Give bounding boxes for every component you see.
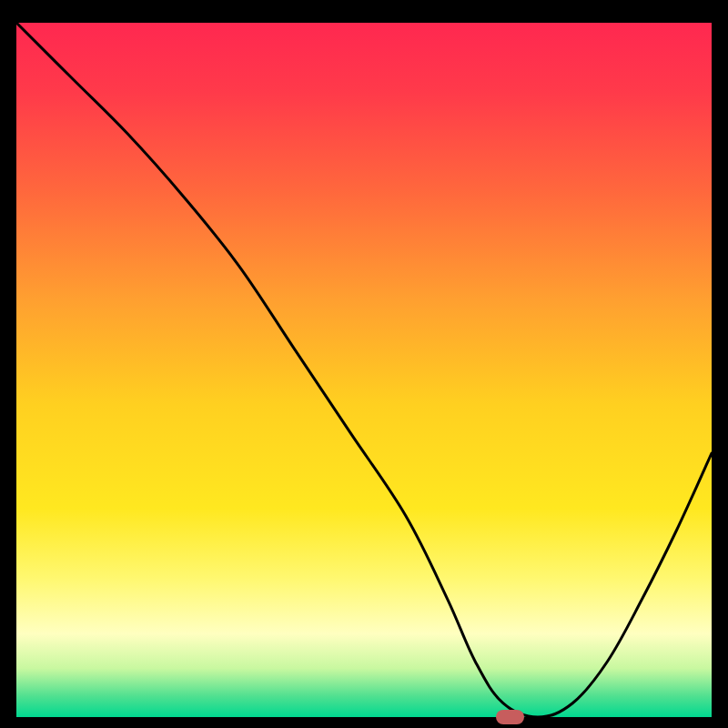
optimum-marker	[496, 710, 524, 725]
chart-frame: TheBottleneck.com	[16, 23, 712, 717]
bottleneck-chart	[16, 23, 712, 717]
